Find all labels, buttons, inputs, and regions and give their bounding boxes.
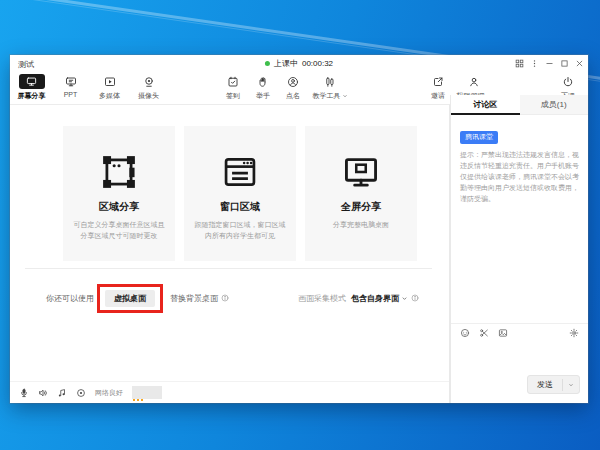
- desktop-background: 测试 上课中 00:00:32 屏幕分享: [0, 0, 600, 450]
- card-description: 可自定义分享桌面任意区域且分享区域尺寸可随时更改: [63, 220, 175, 242]
- virtual-desktop-button[interactable]: 虚拟桌面: [105, 290, 155, 307]
- notice-badge: 腾讯课堂: [460, 131, 498, 144]
- action-label: 教学工具: [313, 91, 341, 101]
- chat-toolbar: [451, 323, 588, 341]
- layout-grid-icon[interactable]: [514, 58, 524, 68]
- speaker-icon[interactable]: [38, 388, 48, 398]
- raise-hand-button[interactable]: 举手: [248, 71, 278, 101]
- minimize-icon[interactable]: [544, 58, 554, 68]
- image-icon[interactable]: [498, 328, 508, 338]
- action-label: 举手: [256, 91, 270, 101]
- tab-camera[interactable]: 摄像头: [129, 71, 168, 101]
- card-description: 分享完整电脑桌面: [325, 220, 397, 231]
- raise-hand-icon: [257, 74, 269, 89]
- bgm-music-icon[interactable]: [57, 388, 67, 398]
- close-icon[interactable]: [574, 58, 584, 68]
- online-dot-icon: [265, 61, 270, 66]
- card-fullscreen-share[interactable]: 全屏分享 分享完整电脑桌面: [305, 126, 417, 261]
- window-share-icon: [221, 152, 259, 192]
- card-description: 跟随指定窗口区域，窗口区域内所有内容学生都可见: [184, 220, 296, 242]
- teaching-tools-icon: [324, 74, 336, 89]
- screenshot-scissors-icon[interactable]: [479, 328, 489, 338]
- capture-mode-group: 画面采集模式 包含自身界面: [298, 293, 419, 304]
- roll-call-icon: [287, 74, 299, 89]
- card-title: 全屏分享: [341, 200, 381, 214]
- tab-label: 多媒体: [99, 91, 120, 101]
- send-options-caret[interactable]: [562, 379, 579, 391]
- annotation-highlight-box: 虚拟桌面: [97, 284, 163, 313]
- chevron-down-icon: [401, 295, 408, 302]
- share-mode-cards: 区域分享 可自定义分享桌面任意区域且分享区域尺寸可随时更改 窗口区域 跟随指定窗…: [63, 126, 417, 261]
- tab-ppt[interactable]: PPT: [51, 71, 90, 101]
- action-label: 点名: [286, 91, 300, 101]
- chevron-down-icon: [342, 93, 348, 99]
- tab-label: 屏幕分享: [18, 91, 46, 101]
- tab-label: 摄像头: [138, 91, 159, 101]
- replace-background-link[interactable]: 替换背景桌面: [170, 293, 218, 304]
- class-status: 上课中 00:00:32: [265, 58, 333, 69]
- card-window-share[interactable]: 窗口区域 跟随指定窗口区域，窗口区域内所有内容学生都可见: [184, 126, 296, 261]
- screen-share-icon: [19, 74, 45, 89]
- emoji-icon[interactable]: [460, 328, 470, 338]
- maximize-icon[interactable]: [559, 58, 569, 68]
- card-region-share[interactable]: 区域分享 可自定义分享桌面任意区域且分享区域尺寸可随时更改: [63, 126, 175, 261]
- permission-person-icon: [468, 74, 480, 89]
- network-icon[interactable]: [76, 388, 86, 398]
- class-timer: 00:00:32: [302, 59, 333, 68]
- capture-mode-select[interactable]: 包含自身界面: [351, 293, 408, 304]
- window-controls: [514, 58, 584, 68]
- gear-icon[interactable]: [569, 328, 579, 338]
- window-title: 测试: [18, 59, 34, 70]
- tab-discussion[interactable]: 讨论区: [451, 95, 520, 114]
- status-placeholder-box: [132, 386, 162, 399]
- invite-icon: [432, 74, 444, 89]
- device-status-bar: 网络良好: [10, 381, 449, 403]
- tab-members[interactable]: 成员(1): [520, 95, 589, 114]
- send-button[interactable]: 发送: [527, 375, 580, 394]
- system-notice: 腾讯课堂 提示：严禁出现违法违规发言信息，视违反情节轻重追究责任。用户手机账号仅…: [451, 115, 588, 204]
- sidebar-tabs: 讨论区 成员(1): [451, 95, 588, 115]
- tab-screen-share[interactable]: 屏幕分享: [12, 71, 51, 101]
- roll-call-button[interactable]: 点名: [278, 71, 308, 101]
- power-icon: [562, 74, 574, 89]
- classroom-window: 测试 上课中 00:00:32 屏幕分享: [10, 55, 588, 403]
- webcam-icon: [143, 74, 155, 89]
- class-actions: 签到 举手 点名: [218, 71, 352, 101]
- microphone-icon[interactable]: [19, 388, 29, 398]
- capture-mode-value: 包含自身界面: [351, 293, 399, 304]
- divider: [25, 268, 432, 269]
- more-icon[interactable]: [529, 58, 539, 68]
- ppt-icon: [65, 74, 77, 89]
- share-mode-tabs: 屏幕分享 PPT 多媒体: [12, 71, 168, 101]
- tab-multimedia[interactable]: 多媒体: [90, 71, 129, 101]
- tab-label: PPT: [64, 91, 78, 98]
- sidebar: 讨论区 成员(1) 腾讯课堂 提示：严禁出现违法违规发言信息，视违反情节轻重追究…: [450, 95, 588, 403]
- check-in-button[interactable]: 签到: [218, 71, 248, 101]
- chevron-down-icon: [568, 382, 574, 388]
- check-in-icon: [227, 74, 239, 89]
- info-icon[interactable]: [411, 294, 419, 302]
- fullscreen-share-icon: [342, 152, 380, 192]
- card-title: 窗口区域: [220, 200, 260, 214]
- orange-marks: [133, 399, 145, 401]
- card-title: 区域分享: [99, 200, 139, 214]
- teaching-tools-button[interactable]: 教学工具: [308, 71, 352, 101]
- extra-options-row: 你还可以使用 虚拟桌面 替换背景桌面 画面采集模式 包含自身界面: [46, 281, 419, 315]
- send-label: 发送: [528, 376, 562, 393]
- info-icon[interactable]: [221, 294, 229, 302]
- region-share-icon: [100, 152, 138, 192]
- network-status-text: 网络良好: [95, 388, 123, 398]
- main-area: 区域分享 可自定义分享桌面任意区域且分享区域尺寸可随时更改 窗口区域 跟随指定窗…: [10, 104, 450, 403]
- action-label: 签到: [226, 91, 240, 101]
- title-bar: 测试 上课中 00:00:32: [10, 55, 588, 71]
- media-play-icon: [104, 74, 116, 89]
- capture-mode-label: 画面采集模式: [298, 293, 346, 304]
- action-label: 邀请: [431, 91, 445, 101]
- notice-text: 提示：严禁出现违法违规发言信息，视违反情节轻重追究责任。用户手机账号仅提供给该课…: [460, 149, 579, 205]
- send-row: 发送: [527, 375, 580, 394]
- virtual-desktop-hint: 你还可以使用: [46, 293, 94, 304]
- class-status-label: 上课中: [274, 58, 298, 69]
